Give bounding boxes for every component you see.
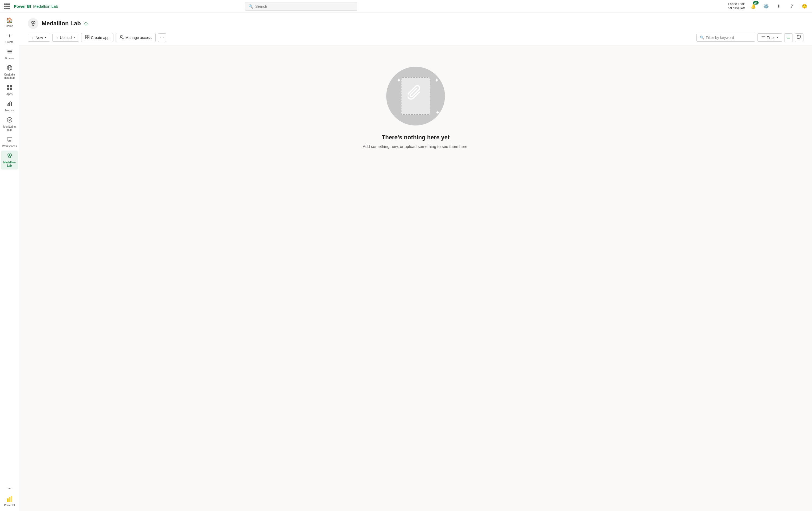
filter-search-icon: 🔍: [700, 35, 704, 39]
filter-chevron-icon: ▾: [777, 36, 778, 39]
sidebar-more-button[interactable]: ···: [5, 483, 13, 493]
filter-lines-icon: [761, 35, 765, 40]
help-icon: ?: [791, 4, 793, 9]
svg-point-42: [800, 38, 801, 39]
sidebar-label-home: Home: [6, 25, 13, 28]
fabric-trial-text: Fabric Trial: 59 days left: [728, 2, 745, 10]
workspace-title-row: Medallion Lab ◇: [28, 18, 804, 29]
svg-rect-28: [88, 35, 89, 37]
powerbi-bottom-icon: [6, 495, 13, 503]
sparkle-icon-1: ✦: [397, 77, 401, 84]
download-icon: ⬇: [777, 4, 781, 9]
sidebar-powerbi-bottom[interactable]: Power BI: [1, 493, 18, 509]
metrics-icon: [7, 101, 12, 108]
sidebar-label-browse: Browse: [5, 57, 14, 60]
svg-rect-30: [88, 37, 89, 39]
powerbi-logo-text: Power BI: [14, 4, 31, 8]
view-list-button[interactable]: [784, 33, 793, 42]
toolbar-right: 🔍 Filter by keyword Filter ▾: [696, 33, 804, 42]
svg-point-14: [9, 119, 10, 121]
waffle-menu[interactable]: [3, 3, 11, 10]
search-bar[interactable]: 🔍: [245, 2, 357, 11]
empty-card: [401, 78, 430, 115]
sidebar-item-apps[interactable]: Apps: [1, 82, 18, 98]
download-button[interactable]: ⬇: [775, 2, 783, 11]
chevron-down-icon: ▾: [45, 36, 46, 39]
workspace-header: Medallion Lab ◇ + New ▾ ↑ Upload ▾: [19, 13, 812, 46]
empty-subtitle: Add something new, or upload something t…: [363, 144, 468, 149]
svg-rect-2: [7, 53, 12, 53]
svg-point-40: [800, 35, 801, 36]
sidebar-item-medallion[interactable]: MedallionLab: [1, 150, 18, 170]
sidebar: 🏠 Home + Create Browse OneLakedata hub A…: [0, 13, 19, 511]
sidebar-item-home[interactable]: 🏠 Home: [1, 15, 18, 30]
svg-rect-29: [85, 37, 87, 39]
filter-keyword-input[interactable]: 🔍 Filter by keyword: [696, 34, 755, 41]
premium-diamond-icon[interactable]: ◇: [84, 21, 88, 26]
browse-icon: [7, 49, 12, 56]
svg-rect-10: [7, 104, 8, 106]
svg-rect-27: [85, 35, 87, 37]
settings-button[interactable]: ⚙️: [762, 2, 771, 11]
svg-rect-9: [10, 88, 12, 90]
upload-button[interactable]: ↑ Upload ▾: [52, 34, 79, 41]
filter-button[interactable]: Filter ▾: [757, 33, 782, 41]
more-options-button[interactable]: ···: [158, 33, 166, 42]
content-area: Medallion Lab ◇ + New ▾ ↑ Upload ▾: [19, 13, 812, 511]
sidebar-label-workspaces: Workspaces: [2, 145, 17, 148]
svg-point-20: [8, 155, 11, 158]
toolbar: + New ▾ ↑ Upload ▾ Create app: [28, 33, 804, 45]
workspace-logo-text: Medallion Lab: [33, 4, 58, 8]
sidebar-item-onelake[interactable]: OneLakedata hub: [1, 63, 18, 82]
svg-point-31: [120, 35, 122, 37]
waffle-icon: [4, 3, 10, 9]
lineage-icon: [797, 35, 801, 40]
sidebar-item-workspaces[interactable]: Workspaces: [1, 134, 18, 150]
monitoring-icon: [7, 117, 12, 124]
sidebar-powerbi-label: Power BI: [4, 504, 15, 507]
svg-rect-12: [11, 102, 12, 106]
sidebar-label-monitoring: Monitoringhub: [3, 125, 16, 132]
sidebar-label-apps: Apps: [6, 93, 12, 96]
notifications-button[interactable]: 🔔 24: [749, 2, 758, 11]
sidebar-item-metrics[interactable]: Metrics: [1, 98, 18, 114]
gear-icon: ⚙️: [763, 4, 769, 9]
svg-rect-8: [7, 88, 9, 90]
home-icon: 🏠: [6, 17, 13, 24]
account-button[interactable]: 🙂: [800, 2, 809, 11]
topbar-right: Fabric Trial: 59 days left 🔔 24 ⚙️ ⬇ ? 🙂: [728, 2, 809, 11]
search-icon: 🔍: [249, 4, 253, 8]
search-input[interactable]: [255, 4, 354, 8]
svg-point-26: [32, 24, 34, 26]
svg-point-39: [797, 35, 799, 36]
app-icon: [85, 35, 89, 40]
manage-access-button[interactable]: Manage access: [116, 33, 155, 42]
apps-icon: [7, 84, 12, 91]
new-button[interactable]: + New ▾: [28, 34, 50, 41]
paperclip-icon: [408, 84, 424, 108]
create-icon: +: [8, 33, 11, 39]
topbar: Power BI Medallion Lab 🔍 Fabric Trial: 5…: [0, 0, 812, 13]
svg-point-25: [33, 22, 35, 24]
svg-rect-23: [11, 496, 12, 502]
people-icon: [120, 35, 124, 40]
app-logo[interactable]: Power BI Medallion Lab: [14, 4, 58, 8]
ellipsis-icon: ···: [160, 35, 164, 40]
sidebar-label-medallion: MedallionLab: [3, 161, 16, 167]
sidebar-item-monitoring[interactable]: Monitoringhub: [1, 115, 18, 134]
svg-rect-11: [9, 103, 10, 106]
sidebar-label-onelake: OneLakedata hub: [4, 73, 15, 80]
help-button[interactable]: ?: [787, 2, 796, 11]
workspace-icon: [28, 18, 38, 29]
main-layout: 🏠 Home + Create Browse OneLakedata hub A…: [0, 13, 812, 511]
create-app-button[interactable]: Create app: [81, 33, 113, 42]
sparkle-icon-2: ✦: [434, 77, 439, 84]
plus-icon: +: [32, 35, 34, 40]
smiley-icon: 🙂: [802, 4, 807, 9]
view-lineage-button[interactable]: [795, 33, 804, 42]
list-view-icon: [786, 35, 791, 40]
svg-rect-7: [10, 85, 12, 87]
sidebar-item-browse[interactable]: Browse: [1, 47, 18, 62]
medallion-icon: [7, 153, 12, 160]
sidebar-item-create[interactable]: + Create: [1, 30, 18, 46]
